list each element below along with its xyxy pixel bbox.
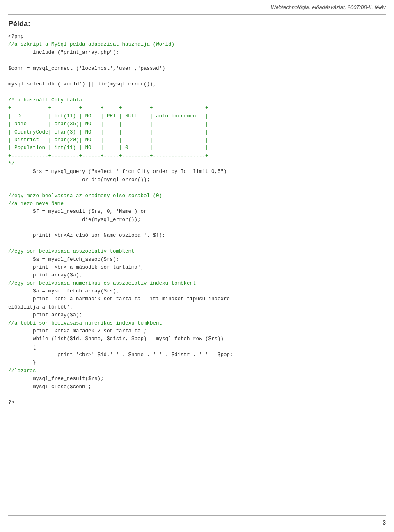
code-comment-tobbi: //a tobbi sor beolvasasa numerikus index… — [8, 320, 162, 326]
code-comment-lezaras: //lezaras — [8, 368, 36, 374]
bottom-divider — [8, 515, 386, 516]
code-comment-assoc: //egy sor beolvasasa asszociativ tombken… — [8, 249, 135, 254]
code-comment-mezo1: //egy mezo beolvasasa az eredmeny elso s… — [8, 193, 162, 207]
code-block: <?php //a szkript a MySql pelda adabazis… — [8, 33, 386, 407]
top-divider — [8, 14, 386, 15]
page-number: 3 — [383, 519, 386, 526]
example-label: Példa: — [8, 20, 30, 28]
code-line-1: <?php — [8, 34, 24, 39]
code-comment-numeric: //egy sor beolvasasa numerikus es asszoc… — [8, 281, 196, 286]
code-comment-table: /* a használt City tábla: +------------+… — [8, 97, 208, 167]
header-title: Webtechnológia. előadásvázlat, 2007/08-I… — [271, 4, 386, 10]
code-line-2: //a szkript a MySql pelda adabazisat has… — [8, 41, 174, 47]
